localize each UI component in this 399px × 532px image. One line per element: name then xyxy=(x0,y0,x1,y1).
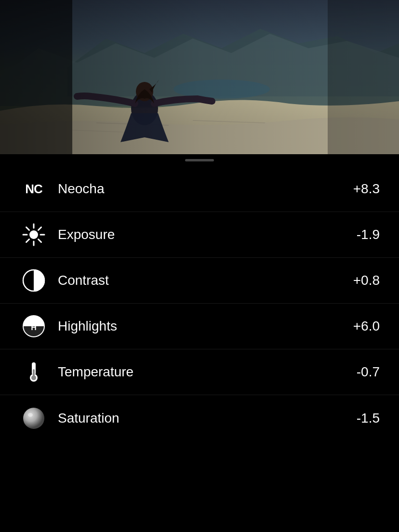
neocha-item[interactable]: NC Neocha +8.3 xyxy=(0,166,399,212)
contrast-value: +0.8 xyxy=(353,273,380,288)
svg-line-18 xyxy=(39,239,41,242)
temperature-icon xyxy=(19,358,48,386)
contrast-label: Contrast xyxy=(58,273,353,288)
settings-list: NC Neocha +8.3 Exposure -1.9 xyxy=(0,166,399,441)
saturation-item[interactable]: Saturation -1.5 xyxy=(0,395,399,441)
neocha-icon: NC xyxy=(19,174,48,203)
temperature-label: Temperature xyxy=(58,364,357,380)
exposure-value: -1.9 xyxy=(357,227,380,242)
svg-rect-10 xyxy=(0,0,72,154)
highlights-icon: H xyxy=(19,312,48,341)
saturation-value: -1.5 xyxy=(357,411,380,426)
saturation-icon xyxy=(19,404,48,433)
svg-rect-11 xyxy=(328,0,399,154)
bottom-sheet-handle[interactable] xyxy=(0,154,399,166)
contrast-icon xyxy=(19,266,48,295)
svg-line-17 xyxy=(27,227,29,230)
highlights-value: +6.0 xyxy=(353,319,380,334)
temperature-item[interactable]: Temperature -0.7 xyxy=(0,349,399,395)
highlights-item[interactable]: H Highlights +6.0 xyxy=(0,304,399,349)
svg-line-19 xyxy=(39,227,41,230)
svg-point-12 xyxy=(29,230,38,239)
highlights-label: Highlights xyxy=(58,319,353,334)
saturation-label: Saturation xyxy=(58,411,357,426)
contrast-item[interactable]: Contrast +0.8 xyxy=(0,258,399,304)
svg-text:H: H xyxy=(31,323,37,332)
exposure-label: Exposure xyxy=(58,227,357,242)
photo-preview xyxy=(0,0,399,154)
temperature-value: -0.7 xyxy=(357,364,380,380)
neocha-label: Neocha xyxy=(58,181,353,197)
svg-point-29 xyxy=(31,375,36,380)
exposure-icon xyxy=(19,220,48,249)
svg-point-31 xyxy=(28,413,33,417)
svg-line-20 xyxy=(27,239,29,242)
svg-point-30 xyxy=(23,408,44,429)
drag-handle-bar xyxy=(185,159,214,161)
exposure-item[interactable]: Exposure -1.9 xyxy=(0,212,399,258)
neocha-value: +8.3 xyxy=(353,181,380,197)
